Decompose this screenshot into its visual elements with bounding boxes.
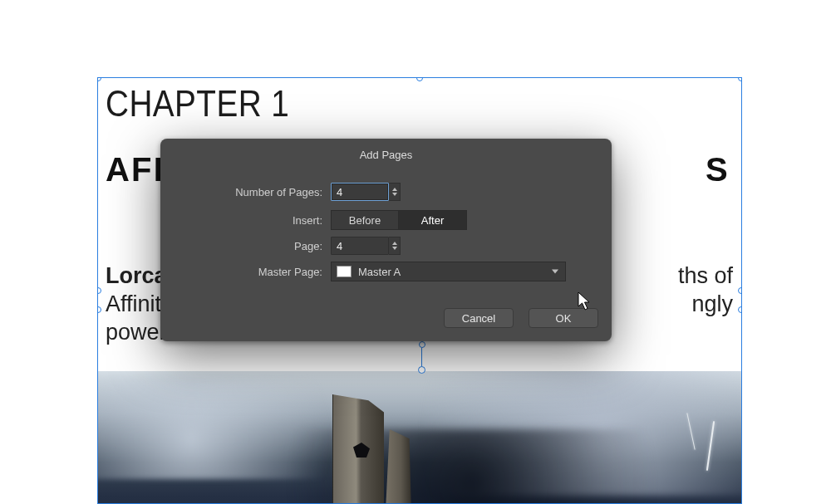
ok-button[interactable]: OK: [529, 308, 598, 328]
label-page: Page:: [160, 240, 331, 252]
master-page-value: Master A: [358, 266, 401, 278]
chevron-up-icon: [392, 188, 397, 191]
selection-handle[interactable]: [738, 287, 742, 294]
master-page-combo[interactable]: Master A: [331, 262, 566, 281]
hero-image: [98, 371, 742, 504]
page-input[interactable]: 4: [331, 237, 389, 255]
row-master-page: Master Page: Master A: [160, 262, 566, 281]
number-of-pages-stepper[interactable]: [389, 183, 401, 201]
label-insert: Insert:: [160, 214, 331, 227]
chevron-down-icon: [552, 270, 558, 274]
body-text-line2b: ngly: [691, 291, 733, 319]
chevron-down-icon: [392, 193, 397, 196]
add-pages-dialog: Add Pages Number of Pages: 4 Insert: Bef…: [160, 139, 612, 341]
row-page: Page: 4: [160, 236, 401, 256]
selection-handle[interactable]: [738, 77, 742, 81]
selection-handle[interactable]: [416, 77, 423, 81]
row-number-of-pages: Number of Pages: 4: [160, 182, 401, 202]
selection-handle[interactable]: [738, 306, 742, 313]
canvas-stage: CHAPTER 1 AFFI S Lorcar ths of Affinity …: [0, 0, 831, 504]
subtitle-right-fragment: S: [706, 151, 730, 188]
selection-center-handle[interactable]: [419, 341, 425, 348]
chapter-title: CHAPTER 1: [106, 83, 289, 125]
selection-handle[interactable]: [97, 77, 101, 81]
page-value: 4: [337, 240, 342, 252]
selection-center-knob[interactable]: [418, 366, 425, 374]
cancel-button[interactable]: Cancel: [444, 308, 514, 328]
dialog-button-row: Cancel OK: [444, 308, 598, 328]
selection-center-stem: [421, 348, 422, 368]
chevron-down-icon: [392, 247, 397, 250]
body-text-right-1: ths of: [678, 262, 733, 291]
selection-handle[interactable]: [97, 306, 101, 313]
master-page-swatch: [337, 266, 352, 277]
page-stepper[interactable]: [389, 237, 401, 255]
chevron-up-icon: [392, 242, 397, 245]
insert-segmented-control: Before After: [331, 210, 467, 230]
label-master-page: Master Page:: [160, 266, 331, 278]
label-number-of-pages: Number of Pages:: [160, 186, 331, 198]
row-insert: Insert: Before After: [160, 210, 467, 230]
insert-before-button[interactable]: Before: [331, 210, 399, 230]
dialog-title: Add Pages: [160, 149, 612, 161]
number-of-pages-value: 4: [337, 186, 342, 198]
insert-after-button[interactable]: After: [399, 210, 467, 230]
selection-handle[interactable]: [97, 287, 101, 294]
number-of-pages-input[interactable]: 4: [331, 183, 389, 201]
